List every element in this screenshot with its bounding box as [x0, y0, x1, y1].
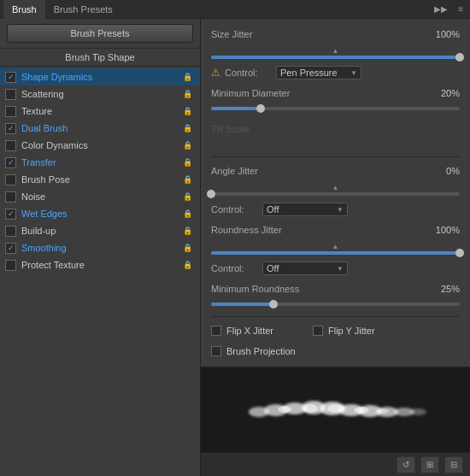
- item-label: Build-up: [21, 226, 178, 236]
- lock-icon: 🔒: [181, 122, 193, 134]
- tab-brush[interactable]: Brush: [3, 0, 45, 19]
- main-layout: Brush Presets Brush Tip Shape Shape Dyna…: [0, 19, 470, 476]
- grid-button[interactable]: ⊞: [420, 456, 439, 473]
- min-roundness-value: 25%: [426, 284, 460, 294]
- roundness-control-dropdown[interactable]: Off ▼: [262, 262, 348, 275]
- dropdown-arrow: ▼: [350, 69, 357, 77]
- roundness-jitter-row: Roundness Jitter 100%: [211, 221, 460, 238]
- min-diameter-value: 20%: [426, 88, 460, 98]
- list-item[interactable]: Wet Edges 🔒: [0, 205, 200, 222]
- size-jitter-control-row: ⚠ Control: Pen Pressure ▼: [211, 64, 460, 81]
- minus-button[interactable]: ⊟: [444, 456, 463, 473]
- brush-proj-row: Brush Projection: [211, 343, 460, 360]
- lock-icon: 🔒: [181, 173, 193, 185]
- item-label: Shape Dynamics: [21, 72, 178, 82]
- item-checkbox[interactable]: [5, 72, 16, 83]
- right-panel: Size Jitter 100% ▲ ⚠ Control: Pen Pressu…: [201, 19, 470, 476]
- dropdown-arrow3: ▼: [337, 265, 344, 273]
- roundness-jitter-slider[interactable]: ▲: [211, 242, 460, 260]
- list-item[interactable]: Brush Pose 🔒: [0, 171, 200, 188]
- flip-x-checkbox[interactable]: [211, 326, 221, 336]
- lock-icon: 🔒: [181, 191, 193, 203]
- roundness-jitter-value: 100%: [426, 225, 460, 235]
- lock-icon: 🔒: [181, 71, 193, 83]
- brush-presets-button[interactable]: Brush Presets: [7, 24, 193, 43]
- list-item[interactable]: Transfer 🔒: [0, 154, 200, 171]
- roundness-jitter-label: Roundness Jitter: [211, 225, 426, 235]
- list-item[interactable]: Protect Texture 🔒: [0, 256, 200, 273]
- tilt-scale-slider[interactable]: [211, 141, 460, 151]
- svg-point-14: [377, 408, 389, 414]
- item-label: Scattering: [21, 89, 178, 99]
- item-checkbox[interactable]: [5, 260, 16, 271]
- flip-y-group: Flip Y Jitter: [313, 326, 375, 336]
- item-checkbox[interactable]: [5, 106, 16, 117]
- list-item[interactable]: Color Dynamics 🔒: [0, 137, 200, 154]
- brush-proj-checkbox[interactable]: [211, 346, 221, 356]
- lock-icon: 🔒: [181, 259, 193, 271]
- lock-icon: 🔒: [181, 139, 193, 151]
- item-checkbox[interactable]: [5, 243, 16, 254]
- preview-area: [201, 367, 470, 452]
- item-checkbox[interactable]: [5, 226, 16, 237]
- divider1: [211, 156, 460, 157]
- control-label: Control:: [225, 68, 276, 78]
- item-checkbox[interactable]: [5, 140, 16, 151]
- forward-icon[interactable]: ▶▶: [431, 3, 451, 15]
- brush-proj-group: Brush Projection: [211, 346, 296, 356]
- control2-label: Control:: [211, 204, 262, 214]
- warning-icon: ⚠: [211, 67, 220, 79]
- angle-jitter-row: Angle Jitter 0%: [211, 162, 460, 179]
- lock-icon: 🔒: [181, 242, 193, 254]
- item-label: Smoothing: [21, 243, 178, 253]
- presets-btn-wrap: Brush Presets: [0, 19, 200, 49]
- item-checkbox[interactable]: [5, 89, 16, 100]
- item-label: Protect Texture: [21, 260, 178, 270]
- list-item[interactable]: Build-up 🔒: [0, 222, 200, 239]
- brush-stroke-preview: [242, 393, 430, 427]
- tab-presets[interactable]: Brush Presets: [45, 0, 121, 19]
- min-roundness-slider[interactable]: [211, 301, 460, 311]
- min-diameter-row: Minimum Diameter 20%: [211, 85, 460, 102]
- angle-jitter-control-row: Control: Off ▼: [211, 201, 460, 218]
- controls-area: Size Jitter 100% ▲ ⚠ Control: Pen Pressu…: [201, 19, 470, 367]
- lock-icon: 🔒: [181, 225, 193, 237]
- list-item[interactable]: Scattering 🔒: [0, 85, 200, 103]
- angle-jitter-slider[interactable]: ▲: [211, 183, 460, 201]
- min-diameter-slider[interactable]: [211, 105, 460, 115]
- item-checkbox[interactable]: [5, 157, 16, 168]
- item-label: Color Dynamics: [21, 140, 178, 150]
- list-item[interactable]: Smoothing 🔒: [0, 239, 200, 256]
- item-checkbox[interactable]: [5, 191, 16, 203]
- item-checkbox[interactable]: [5, 123, 16, 134]
- item-checkbox[interactable]: [5, 209, 16, 220]
- tilt-scale-row: Tilt Scale: [211, 120, 460, 138]
- min-diameter-label: Minimum Diameter: [211, 88, 426, 98]
- size-jitter-slider[interactable]: ▲: [211, 46, 460, 64]
- flip-y-checkbox[interactable]: [313, 326, 323, 336]
- recycle-button[interactable]: ↺: [397, 456, 415, 473]
- brush-proj-label: Brush Projection: [226, 346, 296, 356]
- item-label: Transfer: [21, 157, 178, 167]
- svg-point-11: [303, 404, 318, 413]
- flip-x-group: Flip X Jitter: [211, 326, 273, 336]
- flip-row: Flip X Jitter Flip Y Jitter: [211, 322, 460, 339]
- roundness-jitter-control-row: Control: Off ▼: [211, 260, 460, 277]
- list-item[interactable]: Noise 🔒: [0, 188, 200, 205]
- menu-icon[interactable]: ≡: [455, 3, 467, 15]
- list-item[interactable]: Shape Dynamics 🔒: [0, 68, 200, 85]
- header-icons: ▶▶ ≡: [431, 3, 467, 15]
- pen-pressure-dropdown[interactable]: Pen Pressure ▼: [276, 66, 361, 79]
- flip-y-label: Flip Y Jitter: [328, 326, 375, 336]
- item-label: Noise: [21, 191, 178, 202]
- svg-point-10: [278, 406, 291, 413]
- item-label: Brush Pose: [21, 174, 178, 185]
- list-item[interactable]: Texture 🔒: [0, 103, 200, 120]
- svg-point-13: [354, 407, 369, 414]
- angle-control-dropdown[interactable]: Off ▼: [262, 203, 348, 216]
- item-checkbox[interactable]: [5, 174, 16, 185]
- list-item[interactable]: Dual Brush 🔒: [0, 120, 200, 137]
- lock-icon: 🔒: [181, 208, 193, 220]
- angle-jitter-value: 0%: [426, 166, 460, 176]
- divider2: [211, 316, 460, 317]
